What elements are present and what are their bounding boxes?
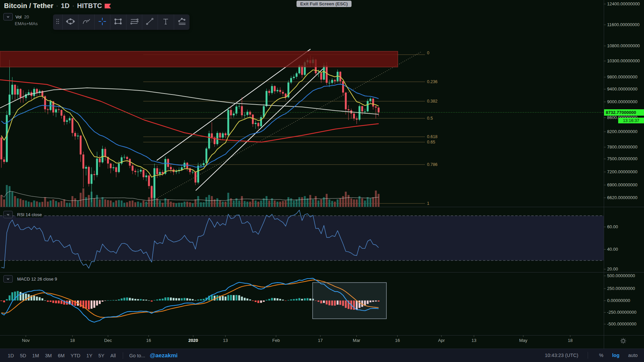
volume-indicator-label[interactable]: Vol bbox=[15, 14, 21, 19]
parallel-lines-tool-button[interactable] bbox=[126, 14, 142, 30]
time-axis-label: Apr bbox=[438, 338, 445, 343]
price-axis-label: 11600.00000000 bbox=[607, 22, 640, 27]
ellipse-icon bbox=[66, 17, 75, 27]
rsi-axis-label: 20.00 bbox=[607, 266, 618, 272]
drag-handle-icon bbox=[56, 17, 60, 27]
price-axis-label: 7500.00000000 bbox=[607, 156, 637, 161]
price-axis-label: 8200.00000000 bbox=[607, 129, 637, 134]
trendline-tool-button[interactable] bbox=[142, 14, 158, 30]
macd-pane-header: MACD 12 26 close 9 bbox=[3, 275, 58, 283]
drawing-toolbar[interactable] bbox=[53, 14, 190, 30]
range-button-all[interactable]: All bbox=[107, 352, 119, 360]
divider bbox=[588, 352, 588, 359]
price-axis-label: 6620.00000000 bbox=[607, 195, 637, 200]
rsi-pane-label[interactable]: RSI 14 close bbox=[16, 212, 43, 218]
title-separator: · bbox=[56, 2, 58, 9]
emas-indicator-label[interactable]: EMAs+MAs bbox=[15, 21, 38, 26]
fib-level-label: 0.382 bbox=[427, 99, 437, 104]
timezone-settings-button[interactable] bbox=[619, 336, 628, 346]
price-axis-label: 10800.00000000 bbox=[607, 43, 640, 48]
symbol-name[interactable]: Bitcoin / Tether bbox=[4, 2, 53, 10]
rsi-axis-label: 40.00 bbox=[607, 247, 618, 252]
range-button-1y[interactable]: 1Y bbox=[84, 352, 96, 360]
price-axis-label: 10300.00000000 bbox=[607, 58, 640, 63]
rectangle-icon bbox=[113, 17, 123, 27]
clock-utc[interactable]: 10:43:23 (UTC) bbox=[545, 353, 578, 358]
volume-legend: Vol 20 bbox=[3, 13, 29, 20]
range-button-3m[interactable]: 3M bbox=[42, 352, 55, 360]
time-axis-label: 17 bbox=[318, 338, 323, 343]
macd-axis-label: 0.00000000 bbox=[607, 298, 630, 303]
title-separator2: · bbox=[72, 2, 74, 9]
log-scale-button[interactable]: log bbox=[610, 352, 621, 359]
rectangle-tool-button[interactable] bbox=[110, 14, 126, 30]
fib-level-label: 0.618 bbox=[427, 134, 437, 139]
fib-level-label: 0.236 bbox=[427, 79, 437, 84]
time-axis-label: 16 bbox=[146, 338, 151, 343]
watermark-handle[interactable]: @aezakmi bbox=[150, 352, 178, 359]
interval-label[interactable]: 1D bbox=[61, 2, 70, 10]
time-axis-label: 13 bbox=[223, 338, 228, 343]
chevron-down-icon bbox=[6, 212, 10, 217]
date-range-buttons: 1D5D1M3M6MYTD1Y5YAll bbox=[5, 352, 119, 360]
fib-level-label: 0.5 bbox=[427, 116, 433, 121]
macd-axis-label: 500.00000000 bbox=[607, 273, 635, 278]
auto-scale-button[interactable]: auto bbox=[627, 352, 639, 359]
price-axis-label: 9400.00000000 bbox=[607, 86, 637, 92]
rsi-collapse-button[interactable] bbox=[3, 211, 13, 218]
exit-fullscreen-tooltip[interactable]: Exit Full Screen (ESC) bbox=[297, 1, 352, 7]
range-button-5d[interactable]: 5D bbox=[17, 352, 30, 360]
goto-date-button[interactable]: Go to... bbox=[127, 352, 147, 360]
time-axis-label: 16 bbox=[395, 338, 400, 343]
time-axis-label: 18 bbox=[568, 338, 573, 343]
macd-axis-label: -250.00000000 bbox=[607, 310, 636, 315]
time-axis-label: 18 bbox=[70, 338, 75, 343]
gear-icon bbox=[620, 338, 627, 344]
fib-level-label: 1 bbox=[427, 201, 429, 206]
percent-scale-button[interactable]: % bbox=[597, 352, 605, 359]
rsi-axis-label: 60.00 bbox=[607, 224, 618, 229]
text-icon bbox=[162, 17, 170, 27]
trendline-icon bbox=[145, 17, 155, 27]
divider bbox=[123, 352, 123, 359]
macd-axis-label: -500.00000000 bbox=[607, 321, 636, 326]
fib-level-label: 0.786 bbox=[427, 162, 437, 167]
time-axis-label: 13 bbox=[472, 338, 476, 343]
time-axis-label: Dec bbox=[104, 338, 112, 343]
crosshair-icon bbox=[98, 17, 107, 27]
text-tool-button[interactable] bbox=[158, 14, 173, 30]
time-axis-label: Mar bbox=[353, 338, 360, 343]
range-button-1m[interactable]: 1M bbox=[29, 352, 42, 360]
price-axis-label: 6900.00000000 bbox=[607, 182, 637, 187]
rsi-pane-header: RSI 14 close bbox=[3, 211, 43, 218]
pattern-icon bbox=[177, 17, 186, 27]
time-axis-label: 2020 bbox=[189, 338, 198, 343]
brush-icon bbox=[82, 17, 91, 27]
fib-level-label: 0 bbox=[427, 51, 429, 55]
drag-handle[interactable] bbox=[53, 14, 62, 30]
chevron-down-icon bbox=[6, 14, 10, 19]
macd-pane-label[interactable]: MACD 12 26 close 9 bbox=[16, 276, 58, 282]
brush-tool-button[interactable] bbox=[78, 14, 94, 30]
price-axis-label: 7200.00000000 bbox=[607, 169, 637, 174]
ellipse-tool-button[interactable] bbox=[63, 14, 78, 30]
macd-axis-label: 250.00000000 bbox=[607, 286, 635, 291]
bottom-bar-right: 10:43:23 (UTC) % log auto bbox=[545, 349, 639, 362]
range-button-1d[interactable]: 1D bbox=[5, 352, 17, 360]
price-axis-label: 7800.00000000 bbox=[607, 144, 637, 149]
time-axis-label: Nov bbox=[22, 338, 30, 343]
macd-collapse-button[interactable] bbox=[3, 275, 13, 283]
candle-countdown-tag: 13:16:37 bbox=[618, 118, 644, 123]
parallel-lines-icon bbox=[129, 17, 139, 27]
crosshair-tool-button[interactable] bbox=[95, 14, 110, 30]
range-button-ytd[interactable]: YTD bbox=[68, 352, 84, 360]
flag-icon[interactable] bbox=[105, 4, 111, 8]
fib-level-label: 0.65 bbox=[427, 140, 435, 144]
range-button-6m[interactable]: 6M bbox=[55, 352, 67, 360]
last-price-tag: 8732.77000000 bbox=[604, 109, 644, 116]
pattern-tool-button[interactable] bbox=[174, 14, 190, 30]
range-button-5y[interactable]: 5Y bbox=[95, 352, 107, 360]
chart-canvas[interactable] bbox=[0, 0, 644, 362]
exchange-label: HITBTC bbox=[77, 2, 102, 10]
volume-legend-collapse-button[interactable] bbox=[3, 13, 13, 20]
